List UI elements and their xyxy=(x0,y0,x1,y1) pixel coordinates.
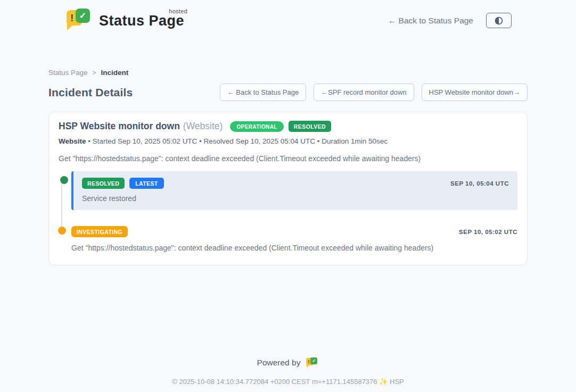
incident-description: Get "https://hostedstatus.page": context… xyxy=(59,154,517,163)
timeline-entry-timestamp: SEP 10, 05:02 UTC xyxy=(459,229,517,235)
page-footer: Powered by © 2025-10-08 14:10:34.772084 … xyxy=(0,357,576,392)
breadcrumb-separator: > xyxy=(93,69,96,77)
timeline-resolved-badge: RESOLVED xyxy=(82,178,125,189)
copyright-text: © 2025-10-08 14:10:34.772084 +0200 CEST … xyxy=(0,378,576,386)
incident-component: (Website) xyxy=(183,121,223,132)
timeline-entry-resolved: RESOLVED LATEST SEP 10, 05:04 UTC Servic… xyxy=(71,171,517,210)
prev-incident-button[interactable]: ←SPF record monitor down xyxy=(314,84,414,101)
timeline-latest-badge: LATEST xyxy=(129,178,163,189)
logo-checkmark-icon xyxy=(76,9,90,23)
incident-nav-buttons: ← Back to Status Page ←SPF record monito… xyxy=(220,84,528,101)
incident-timeline: RESOLVED LATEST SEP 10, 05:04 UTC Servic… xyxy=(59,171,517,252)
powered-by-label: Powered by xyxy=(257,358,301,368)
back-to-status-page-button[interactable]: ← Back to Status Page xyxy=(220,84,306,101)
incident-meta-component: Website xyxy=(59,137,86,145)
page-header: Status Page hosted ← Back to Status Page xyxy=(0,0,576,31)
breadcrumb-incident: Incident xyxy=(101,69,129,77)
theme-toggle-button[interactable] xyxy=(486,13,512,28)
incident-meta: Website • Started Sep 10, 2025 05:02 UTC… xyxy=(59,137,517,145)
next-incident-button[interactable]: HSP Website monitor down→ xyxy=(422,84,528,101)
header-back-to-status-page-link[interactable]: ← Back to Status Page xyxy=(388,16,473,26)
statuspage-mini-logo-icon xyxy=(306,357,319,369)
incident-meta-details: • Started Sep 10, 2025 05:02 UTC • Resol… xyxy=(86,137,388,145)
resolved-status-badge: RESOLVED xyxy=(289,121,331,132)
logo-bubble-tail xyxy=(67,24,73,30)
timeline-entry-message: Service restored xyxy=(82,194,509,203)
page-title: Incident Details xyxy=(48,86,133,99)
timeline-investigating-badge: INVESTIGATING xyxy=(71,226,128,237)
operational-status-badge: OPERATIONAL xyxy=(230,121,283,132)
powered-by-link[interactable]: Powered by xyxy=(0,357,576,369)
mini-bubble-tail xyxy=(307,365,310,368)
timeline-dot-investigating-icon xyxy=(58,227,66,235)
statuspage-logo-icon xyxy=(67,7,91,31)
statuspage-logo[interactable]: Status Page hosted xyxy=(67,7,184,31)
timeline-entry-message: Get "https://hostedstatus.page": context… xyxy=(71,244,517,252)
timeline-dot-resolved-icon xyxy=(60,176,68,184)
breadcrumb-status-page-link[interactable]: Status Page xyxy=(48,69,88,77)
incident-card: HSP Website monitor down (Website) OPERA… xyxy=(48,112,528,265)
logo-text: Status Page xyxy=(99,13,184,29)
mini-checkmark-icon xyxy=(310,357,317,364)
logo-hosted-tag: hosted xyxy=(169,8,187,14)
contrast-icon xyxy=(494,16,504,26)
breadcrumb: Status Page > Incident xyxy=(48,69,528,77)
timeline-entry-investigating: INVESTIGATING SEP 10, 05:02 UTC Get "htt… xyxy=(71,226,517,252)
timeline-entry-timestamp: SEP 10, 05:04 UTC xyxy=(450,180,509,187)
incident-title: HSP Website monitor down xyxy=(59,121,180,132)
timeline-connector-line xyxy=(61,180,62,229)
